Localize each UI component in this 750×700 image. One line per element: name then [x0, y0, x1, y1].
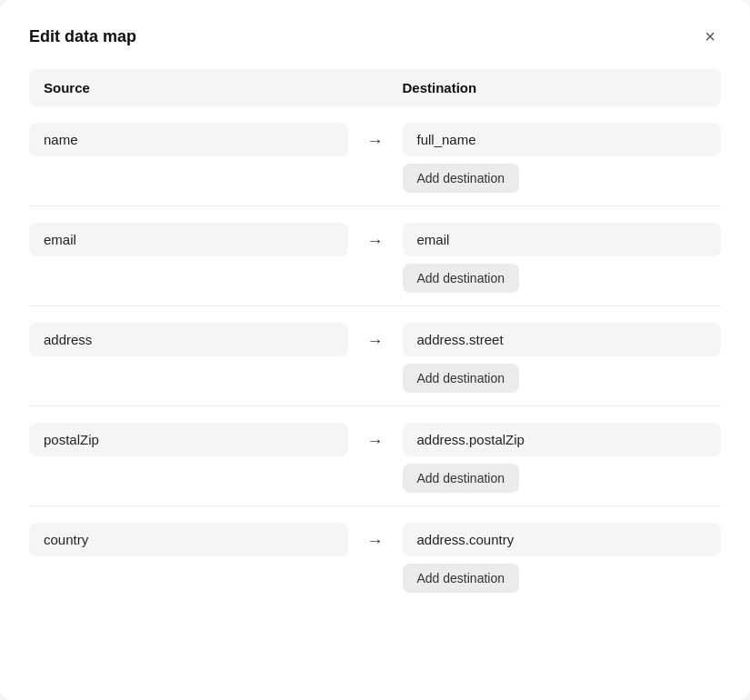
destination-column: full_nameAdd destination — [403, 123, 722, 193]
add-destination-button[interactable]: Add destination — [403, 264, 520, 293]
mapping-row: postalZip→address.postalZipAdd destinati… — [29, 406, 721, 506]
dialog-title: Edit data map — [29, 27, 136, 46]
destination-field: address.country — [403, 523, 722, 556]
source-column-header: Source — [44, 80, 348, 95]
destination-column: emailAdd destination — [403, 223, 722, 293]
destination-column-header: Destination — [403, 80, 707, 95]
mapping-content: address→address.streetAdd destination — [29, 323, 721, 393]
source-field: country — [29, 523, 348, 556]
mapping-content: email→emailAdd destination — [29, 223, 721, 293]
add-destination-button[interactable]: Add destination — [403, 464, 520, 493]
dialog-header: Edit data map × — [29, 25, 721, 47]
add-destination-button[interactable]: Add destination — [403, 364, 520, 393]
add-destination-button[interactable]: Add destination — [403, 164, 520, 193]
mapping-row: name→full_nameAdd destination — [29, 106, 721, 206]
mapping-content: country→address.countryAdd destination — [29, 523, 721, 593]
close-button[interactable]: × — [699, 25, 721, 47]
mapping-arrow: → — [348, 123, 403, 151]
mapping-arrow: → — [348, 523, 403, 551]
mapping-row: email→emailAdd destination — [29, 206, 721, 306]
table-header: Source Destination — [29, 69, 721, 106]
destination-field: email — [403, 223, 722, 256]
mapping-row: country→address.countryAdd destination — [29, 506, 721, 605]
source-field: email — [29, 223, 348, 256]
destination-column: address.countryAdd destination — [403, 523, 722, 593]
destination-field: address.postalZip — [403, 423, 722, 456]
source-field: name — [29, 123, 348, 156]
destination-column: address.postalZipAdd destination — [403, 423, 722, 493]
add-destination-button[interactable]: Add destination — [403, 564, 520, 593]
destination-field: address.street — [403, 323, 722, 356]
mapping-rows-container: name→full_nameAdd destinationemail→email… — [29, 106, 721, 605]
mapping-row: address→address.streetAdd destination — [29, 306, 721, 406]
edit-data-map-dialog: Edit data map × Source Destination name→… — [0, 0, 750, 700]
mapping-arrow: → — [348, 223, 403, 251]
destination-column: address.streetAdd destination — [403, 323, 722, 393]
mapping-arrow: → — [348, 323, 403, 351]
destination-field: full_name — [403, 123, 722, 156]
mapping-content: postalZip→address.postalZipAdd destinati… — [29, 423, 721, 493]
source-field: address — [29, 323, 348, 356]
mapping-content: name→full_nameAdd destination — [29, 123, 721, 193]
mapping-arrow: → — [348, 423, 403, 451]
source-field: postalZip — [29, 423, 348, 456]
